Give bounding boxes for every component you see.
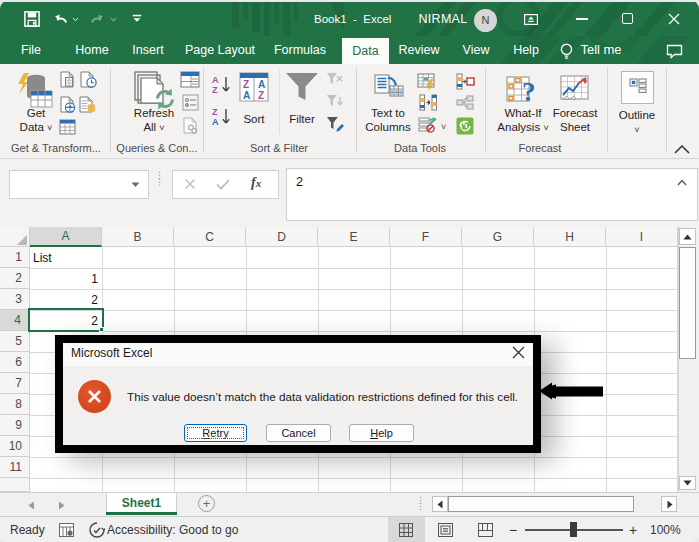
svg-text:A: A: [243, 90, 250, 101]
svg-text:Z: Z: [243, 79, 249, 90]
svg-text:Z: Z: [212, 107, 218, 117]
svg-text:Z: Z: [258, 90, 264, 101]
svg-text:Z: Z: [212, 85, 218, 95]
svg-text:?: ?: [522, 77, 536, 102]
svg-text:A: A: [212, 75, 219, 85]
svg-text:A: A: [258, 79, 265, 90]
svg-text:A: A: [212, 117, 219, 127]
